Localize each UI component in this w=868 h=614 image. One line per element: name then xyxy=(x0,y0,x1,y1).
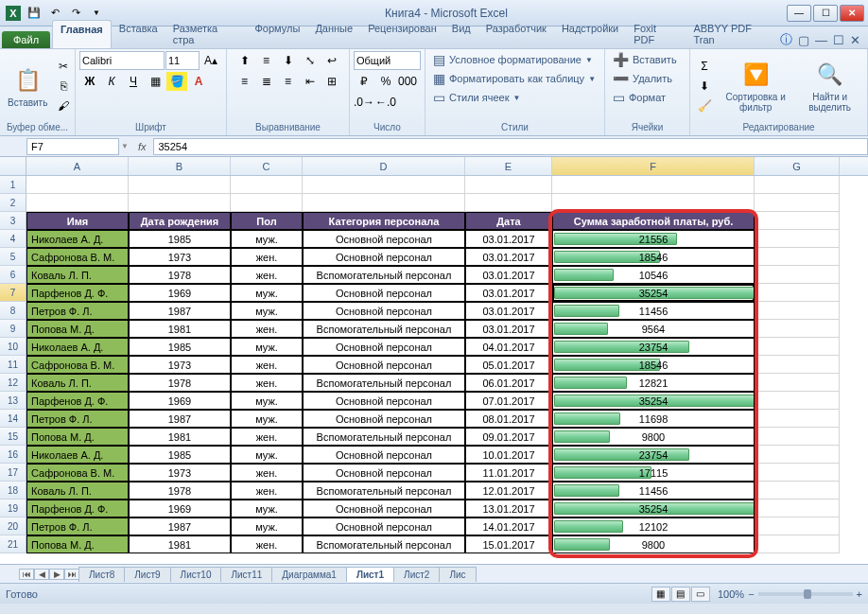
cell-E4[interactable]: 03.01.2017 xyxy=(465,230,552,248)
inc-decimal-icon[interactable]: .0→ xyxy=(354,93,374,112)
align-bottom-icon[interactable]: ⬇ xyxy=(278,51,299,70)
cell-D20[interactable]: Основной персонал xyxy=(303,518,465,535)
ribbon-tab-10[interactable]: ABBYY PDF Tran xyxy=(686,20,780,48)
header-cell-E[interactable]: Дата xyxy=(465,212,552,230)
format-cells-button[interactable]: ▭Формат xyxy=(609,89,686,106)
align-right-icon[interactable]: ≡ xyxy=(278,72,299,91)
fill-icon[interactable]: ⬇ xyxy=(694,77,715,96)
row-header-10[interactable]: 10 xyxy=(0,338,26,356)
row-header-17[interactable]: 17 xyxy=(0,464,26,482)
cell-C18[interactable]: жен. xyxy=(231,482,303,500)
cell-C13[interactable]: муж. xyxy=(231,392,303,410)
cell-A18[interactable]: Коваль Л. П. xyxy=(26,482,129,500)
cell-F13[interactable]: 35254 xyxy=(552,392,755,410)
cell-D21[interactable]: Вспомогательный персонал xyxy=(303,535,465,553)
orientation-icon[interactable]: ⤡ xyxy=(300,51,321,70)
cell-G12[interactable] xyxy=(755,374,840,392)
cell-B9[interactable]: 1981 xyxy=(129,320,231,338)
cell-B8[interactable]: 1987 xyxy=(129,302,231,320)
cell-G19[interactable] xyxy=(755,500,840,518)
col-header-C[interactable]: C xyxy=(231,157,303,175)
row-header-19[interactable]: 19 xyxy=(0,500,26,518)
name-box[interactable]: F7 xyxy=(26,138,119,155)
cell-D18[interactable]: Вспомогательный персонал xyxy=(303,482,465,500)
col-header-G[interactable]: G xyxy=(755,157,840,175)
sheet-nav-last-icon[interactable]: ⏭ xyxy=(64,569,79,580)
col-header-F[interactable]: F xyxy=(552,157,755,175)
ribbon-tab-8[interactable]: Надстройки xyxy=(554,20,626,48)
align-top-icon[interactable]: ⬆ xyxy=(234,51,255,70)
namebox-dropdown-icon[interactable]: ▼ xyxy=(119,142,130,150)
cell-C7[interactable]: муж. xyxy=(231,284,303,302)
cell-A4[interactable]: Николаев А. Д. xyxy=(26,230,129,248)
header-cell-C[interactable]: Пол xyxy=(231,212,303,230)
cell-D17[interactable]: Основной персонал xyxy=(303,464,465,482)
col-header-E[interactable]: E xyxy=(465,157,552,175)
ribbon-tab-9[interactable]: Foxit PDF xyxy=(626,20,686,48)
align-middle-icon[interactable]: ≡ xyxy=(256,51,277,70)
cell-D15[interactable]: Вспомогательный персонал xyxy=(303,428,465,446)
cell-G21[interactable] xyxy=(755,535,840,553)
cell-F20[interactable]: 12102 xyxy=(552,518,755,535)
font-size-select[interactable] xyxy=(165,51,200,70)
cell-A5[interactable]: Сафронова В. М. xyxy=(26,248,129,266)
cell-E13[interactable]: 07.01.2017 xyxy=(465,392,552,410)
cell-G1[interactable] xyxy=(755,176,840,194)
fx-icon[interactable]: fx xyxy=(130,141,154,152)
cell-G5[interactable] xyxy=(755,248,840,266)
sheet-tab-3[interactable]: Лист11 xyxy=(220,567,272,582)
cell-F12[interactable]: 12821 xyxy=(552,374,755,392)
cell-A6[interactable]: Коваль Л. П. xyxy=(26,266,129,284)
save-icon[interactable]: 💾 xyxy=(25,4,43,23)
cell-B20[interactable]: 1987 xyxy=(129,518,231,535)
fill-color-icon[interactable]: 🪣 xyxy=(166,72,187,91)
cell-B19[interactable]: 1969 xyxy=(129,500,231,518)
page-layout-view-icon[interactable]: ▤ xyxy=(671,587,690,602)
cell-D5[interactable]: Основной персонал xyxy=(303,248,465,266)
percent-icon[interactable]: % xyxy=(375,72,396,91)
cell-D19[interactable]: Основной персонал xyxy=(303,500,465,518)
sheet-nav-prev-icon[interactable]: ◀ xyxy=(34,569,49,580)
cell-A14[interactable]: Петров Ф. Л. xyxy=(26,410,129,428)
cell-F15[interactable]: 9800 xyxy=(552,428,755,446)
cell-B6[interactable]: 1978 xyxy=(129,266,231,284)
insert-cells-button[interactable]: ➕Вставить xyxy=(609,51,686,68)
cell-C17[interactable]: жен. xyxy=(231,464,303,482)
border-icon[interactable]: ▦ xyxy=(145,72,165,91)
minimize-button[interactable]: — xyxy=(787,5,811,22)
close-button[interactable]: ✕ xyxy=(840,5,864,22)
sheet-tab-0[interactable]: Лист8 xyxy=(78,567,125,582)
row-header-8[interactable]: 8 xyxy=(0,302,26,320)
cell-F17[interactable]: 17115 xyxy=(552,464,755,482)
cell-C19[interactable]: муж. xyxy=(231,500,303,518)
cell-D14[interactable]: Основной персонал xyxy=(303,410,465,428)
cell-G17[interactable] xyxy=(755,464,840,482)
ribbon-tab-4[interactable]: Данные xyxy=(307,20,360,48)
cell-G16[interactable] xyxy=(755,446,840,464)
indent-dec-icon[interactable]: ⇤ xyxy=(300,72,321,91)
row-header-11[interactable]: 11 xyxy=(0,356,26,374)
header-cell-B[interactable]: Дата рождения xyxy=(129,212,231,230)
cell-A15[interactable]: Попова М. Д. xyxy=(26,428,129,446)
row-header-15[interactable]: 15 xyxy=(0,428,26,446)
select-all-corner[interactable] xyxy=(0,157,26,175)
cell-B13[interactable]: 1969 xyxy=(129,392,231,410)
row-header-13[interactable]: 13 xyxy=(0,392,26,410)
cell-D10[interactable]: Основной персонал xyxy=(303,338,465,356)
cell-A13[interactable]: Парфенов Д. Ф. xyxy=(26,392,129,410)
cell-E12[interactable]: 06.01.2017 xyxy=(465,374,552,392)
doc-restore-icon[interactable]: ☐ xyxy=(833,33,844,47)
cell-E18[interactable]: 12.01.2017 xyxy=(465,482,552,500)
cell-G6[interactable] xyxy=(755,266,840,284)
row-header-18[interactable]: 18 xyxy=(0,482,26,500)
number-format-select[interactable] xyxy=(354,51,421,70)
page-break-view-icon[interactable]: ▭ xyxy=(691,587,710,602)
cell-D8[interactable]: Основной персонал xyxy=(303,302,465,320)
cell-B5[interactable]: 1973 xyxy=(129,248,231,266)
sheet-tab-1[interactable]: Лист9 xyxy=(124,567,170,582)
cell-E9[interactable]: 03.01.2017 xyxy=(465,320,552,338)
cell-E20[interactable]: 14.01.2017 xyxy=(465,518,552,535)
col-header-D[interactable]: D xyxy=(303,157,465,175)
cell-B14[interactable]: 1987 xyxy=(129,410,231,428)
cell-F1[interactable] xyxy=(552,176,755,194)
